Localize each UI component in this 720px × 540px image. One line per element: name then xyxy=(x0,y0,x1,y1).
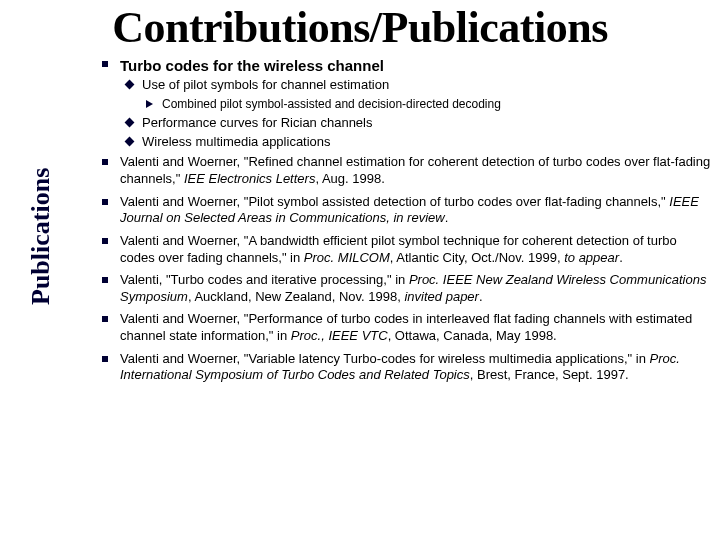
pub-note: invited paper xyxy=(404,289,478,304)
slide-title: Contributions/Publications xyxy=(0,0,720,53)
pub-text: Valenti and Woerner, "Variable latency T… xyxy=(120,351,650,366)
publications-list: Valenti and Woerner, "Refined channel es… xyxy=(94,154,712,384)
pub-text: , Auckland, New Zealand, Nov. 1998, xyxy=(188,289,405,304)
list-item: Valenti, "Turbo codes and iterative proc… xyxy=(94,272,712,305)
list-item: Valenti and Woerner, "Variable latency T… xyxy=(94,351,712,384)
pub-text: Valenti and Woerner, "Pilot symbol assis… xyxy=(120,194,669,209)
pub-text: . xyxy=(619,250,623,265)
pub-text: Valenti, "Turbo codes and iterative proc… xyxy=(120,272,409,287)
pub-venue: Proc. MILCOM xyxy=(304,250,390,265)
topic-item: Turbo codes for the wireless channel Use… xyxy=(94,56,712,150)
slide-content: Turbo codes for the wireless channel Use… xyxy=(94,56,712,536)
subtopic-text: Use of pilot symbols for channel estimat… xyxy=(142,77,389,92)
pub-text: . xyxy=(479,289,483,304)
pub-venue: Proc., IEEE VTC xyxy=(291,328,388,343)
subtopic-detail: Combined pilot symbol-assisted and decis… xyxy=(142,97,712,112)
pub-text: . xyxy=(445,210,449,225)
pub-text: , Aug. 1998. xyxy=(315,171,384,186)
pub-note: to appear xyxy=(564,250,619,265)
pub-venue: IEE Electronics Letters xyxy=(184,171,316,186)
pub-text: , Atlantic City, Oct./Nov. 1999, xyxy=(390,250,564,265)
list-item: Valenti and Woerner, "A bandwidth effici… xyxy=(94,233,712,266)
side-label-publications: Publications xyxy=(26,168,56,305)
list-item: Valenti and Woerner, "Refined channel es… xyxy=(94,154,712,187)
pub-text: , Brest, France, Sept. 1997. xyxy=(470,367,629,382)
list-item: Valenti and Woerner, "Pilot symbol assis… xyxy=(94,194,712,227)
pub-text: , Ottawa, Canada, May 1998. xyxy=(388,328,557,343)
subtopic-rician: Performance curves for Rician channels xyxy=(120,115,712,132)
subtopic-multimedia: Wireless multimedia applications xyxy=(120,134,712,151)
topic-heading: Turbo codes for the wireless channel xyxy=(120,56,712,75)
subtopic-pilot-symbols: Use of pilot symbols for channel estimat… xyxy=(120,77,712,112)
list-item: Valenti and Woerner, "Performance of tur… xyxy=(94,311,712,344)
